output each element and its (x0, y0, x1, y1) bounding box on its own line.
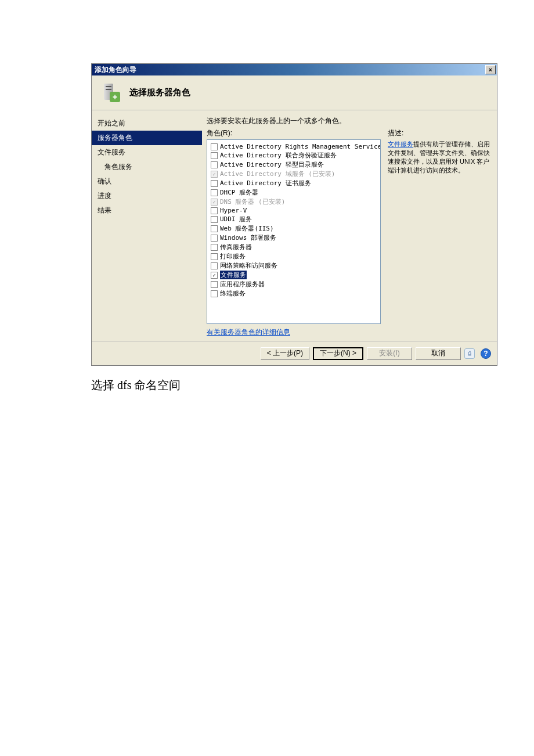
role-checkbox[interactable] (211, 272, 218, 279)
titlebar: 添加角色向导 × (92, 64, 497, 75)
role-label: Active Directory 联合身份验证服务 (220, 151, 337, 160)
prev-button[interactable]: < 上一步(P) (261, 347, 309, 360)
description-link[interactable]: 文件服务 (388, 141, 413, 147)
role-item[interactable]: Hyper-V (211, 207, 377, 214)
role-checkbox[interactable] (211, 281, 218, 288)
role-item[interactable]: Active Directory 轻型目录服务 (211, 160, 377, 169)
description-label: 描述: (388, 128, 492, 138)
role-label: Windows 部署服务 (220, 233, 276, 242)
page-title: 选择服务器角色 (129, 87, 190, 98)
sidebar-step[interactable]: 文件服务 (92, 145, 202, 160)
description-text: 文件服务提供有助于管理存储、启用文件复制、管理共享文件夹、确保快速搜索文件，以及… (388, 140, 492, 174)
role-item[interactable]: 文件服务 (211, 271, 377, 279)
role-item[interactable]: Active Directory 证书服务 (211, 179, 377, 188)
role-item[interactable]: 网络策略和访问服务 (211, 261, 377, 270)
role-item[interactable]: UDDI 服务 (211, 215, 377, 224)
next-button[interactable]: 下一步(N) > (313, 347, 363, 360)
role-checkbox[interactable] (211, 225, 218, 232)
role-checkbox[interactable] (211, 253, 218, 260)
role-label: Active Directory 域服务 (已安装) (220, 170, 335, 178)
role-item[interactable]: 打印服务 (211, 252, 377, 261)
role-item[interactable]: 应用程序服务器 (211, 280, 377, 289)
role-checkbox[interactable] (211, 161, 218, 168)
role-checkbox[interactable] (211, 152, 218, 159)
role-label: 应用程序服务器 (220, 280, 265, 289)
role-checkbox[interactable] (211, 189, 218, 196)
main-panel: 选择要安装在此服务器上的一个或多个角色。 角色(R): Active Direc… (202, 110, 497, 341)
header-area: + 选择服务器角色 (92, 75, 497, 110)
role-item[interactable]: Web 服务器(IIS) (211, 224, 377, 233)
instruction-text: 选择要安装在此服务器上的一个或多个角色。 (207, 116, 492, 126)
help-button[interactable]: ? (481, 348, 491, 359)
role-item[interactable]: Windows 部署服务 (211, 233, 377, 242)
role-checkbox[interactable] (211, 290, 218, 297)
role-checkbox[interactable] (211, 244, 218, 251)
role-label: DHCP 服务器 (220, 188, 258, 197)
wizard-steps-sidebar: 开始之前服务器角色文件服务角色服务确认进度结果 (92, 110, 202, 341)
server-add-icon: + (100, 81, 124, 105)
footer-buttons: < 上一步(P) 下一步(N) > 安装(I) 取消 ⎙ ? (92, 341, 497, 365)
role-label: Active Directory 证书服务 (220, 179, 311, 188)
role-item: DNS 服务器 (已安装) (211, 197, 377, 206)
role-item: Active Directory 域服务 (已安装) (211, 170, 377, 178)
sidebar-step[interactable]: 结果 (92, 203, 202, 218)
role-checkbox (211, 171, 218, 178)
window-title: 添加角色向导 (95, 65, 136, 75)
role-label: Active Directory 轻型目录服务 (220, 160, 324, 169)
role-label: Active Directory Rights Management Servi… (220, 143, 381, 150)
role-label: 网络策略和访问服务 (220, 261, 277, 270)
more-info-link[interactable]: 有关服务器角色的详细信息 (207, 327, 381, 337)
install-button: 安装(I) (367, 347, 412, 360)
sidebar-step[interactable]: 确认 (92, 174, 202, 189)
role-label: 终端服务 (220, 289, 246, 298)
role-label: Hyper-V (220, 207, 247, 214)
cancel-button[interactable]: 取消 (416, 347, 461, 360)
role-checkbox[interactable] (211, 180, 218, 187)
role-label: 打印服务 (220, 252, 246, 261)
role-item[interactable]: 传真服务器 (211, 243, 377, 251)
role-checkbox[interactable] (211, 207, 218, 214)
role-item[interactable]: Active Directory Rights Management Servi… (211, 143, 377, 150)
sidebar-step[interactable]: 角色服务 (92, 160, 202, 174)
role-checkbox[interactable] (211, 216, 218, 223)
role-label: DNS 服务器 (已安装) (220, 197, 285, 206)
role-item[interactable]: DHCP 服务器 (211, 188, 377, 197)
sidebar-step[interactable]: 开始之前 (92, 116, 202, 131)
role-checkbox (211, 199, 218, 206)
roles-listbox[interactable]: Active Directory Rights Management Servi… (207, 139, 381, 324)
role-label: 传真服务器 (220, 243, 252, 251)
roles-label: 角色(R): (207, 128, 381, 138)
role-checkbox[interactable] (211, 262, 218, 269)
printer-icon[interactable]: ⎙ (464, 348, 475, 359)
role-item[interactable]: 终端服务 (211, 289, 377, 298)
role-label: UDDI 服务 (220, 215, 252, 224)
role-label: 文件服务 (220, 271, 247, 279)
role-label: Web 服务器(IIS) (220, 224, 274, 233)
sidebar-step[interactable]: 服务器角色 (92, 131, 202, 145)
role-checkbox[interactable] (211, 235, 218, 242)
role-item[interactable]: Active Directory 联合身份验证服务 (211, 151, 377, 160)
sidebar-step[interactable]: 进度 (92, 189, 202, 203)
wizard-window: 添加角色向导 × + 选择服务器角色 开始之前服务器角色文件服务角色服务确认进度… (91, 63, 497, 366)
role-checkbox[interactable] (211, 143, 218, 150)
document-caption: 选择 dfs 命名空间 (91, 377, 534, 393)
close-button[interactable]: × (485, 65, 496, 74)
